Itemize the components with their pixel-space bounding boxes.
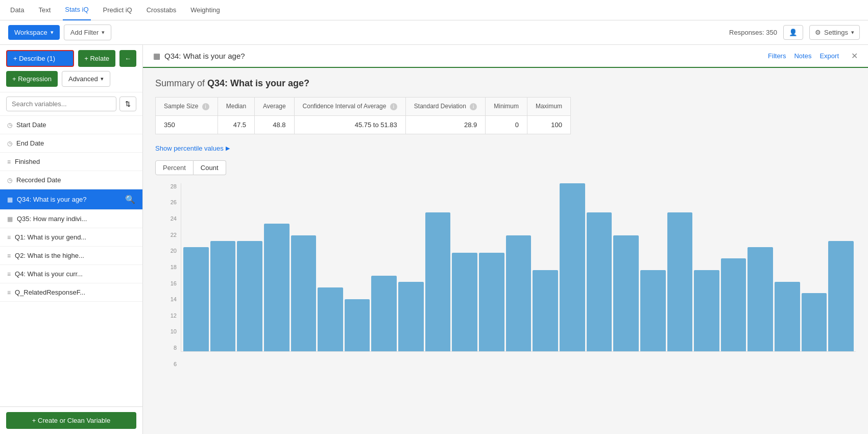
describe-label: + Describe (1) [13, 55, 55, 62]
back-button[interactable]: ← [119, 50, 136, 67]
variable-name: Q4: What is your curr... [15, 270, 135, 278]
workspace-chevron-icon: ▾ [51, 29, 54, 36]
bar-3[interactable] [264, 224, 290, 351]
variable-item-q34[interactable]: ▦ Q34: What is your age? 🔍 [0, 189, 142, 210]
gear-icon: ⚙ [815, 29, 821, 36]
variable-item-recorded-date[interactable]: ◷ Recorded Date [0, 171, 142, 189]
bar-16[interactable] [613, 235, 639, 351]
count-toggle[interactable]: Count [194, 160, 226, 175]
variable-item-q-related[interactable]: ≡ Q_RelatedResponseF... [0, 283, 142, 302]
search-input[interactable] [6, 97, 116, 111]
sd-info-icon[interactable]: i [470, 103, 477, 110]
bar-6[interactable] [345, 299, 370, 351]
y-label-10: 10 [171, 328, 177, 334]
nav-text[interactable]: Text [36, 0, 53, 20]
describe-button[interactable]: + Describe (1) [6, 50, 74, 67]
percent-label: Percent [163, 164, 186, 172]
bar-20[interactable] [721, 258, 746, 351]
regression-button[interactable]: + Regression [6, 71, 58, 87]
workspace-button[interactable]: Workspace ▾ [8, 25, 60, 40]
bar-9[interactable] [425, 212, 451, 351]
percent-toggle[interactable]: Percent [155, 160, 194, 175]
create-variable-button[interactable]: + Create or Clean Variable [6, 412, 136, 429]
y-label-14: 14 [171, 296, 177, 302]
bar-24[interactable] [828, 241, 854, 351]
y-label-26: 26 [171, 199, 177, 205]
bar-17[interactable] [640, 270, 666, 351]
sidebar-footer: + Create or Clean Variable [0, 406, 142, 434]
sample-size-info-icon[interactable]: i [202, 103, 209, 110]
y-label-16: 16 [171, 280, 177, 286]
variable-item-q4[interactable]: ≡ Q4: What is your curr... [0, 265, 142, 283]
nav-crosstabs[interactable]: Crosstabs [144, 0, 179, 20]
bars-wrapper [181, 183, 856, 352]
clock-icon: ◷ [7, 140, 12, 147]
advanced-chevron-icon: ▾ [101, 76, 104, 82]
regression-label: + Regression [12, 75, 52, 83]
user-icon-button[interactable]: 👤 [783, 25, 803, 40]
bar-14[interactable] [560, 183, 585, 351]
variable-name: End Date [16, 139, 135, 147]
variable-item-start-date[interactable]: ◷ Start Date [0, 116, 142, 134]
bar-12[interactable] [506, 235, 532, 351]
nav-data[interactable]: Data [8, 0, 26, 20]
add-filter-button[interactable]: Add Filter ▾ [64, 25, 112, 40]
clock-icon: ◷ [7, 177, 12, 184]
y-label-12: 12 [171, 312, 177, 319]
variable-name: Q35: How many indivi... [17, 215, 135, 223]
cell-ci: 45.75 to 51.83 [294, 115, 405, 134]
variable-name: Start Date [16, 121, 135, 129]
bar-5[interactable] [318, 287, 343, 351]
close-button[interactable]: ✕ [851, 51, 858, 61]
col-sd-label: Standard Deviation [414, 103, 466, 110]
bar-8[interactable] [398, 282, 424, 351]
y-axis: 28 26 24 22 20 18 16 14 12 10 8 6 [155, 183, 181, 367]
col-std-dev: Standard Deviation i [405, 98, 485, 116]
nav-statsiq[interactable]: Stats iQ [63, 0, 90, 20]
bar-18[interactable] [667, 212, 693, 351]
variable-item-end-date[interactable]: ◷ End Date [0, 134, 142, 153]
relate-button[interactable]: + Relate [78, 50, 115, 67]
bar-2[interactable] [237, 241, 262, 351]
bar-19[interactable] [694, 270, 719, 351]
nav-weighting[interactable]: Weighting [188, 0, 222, 20]
cell-average: 48.8 [255, 115, 294, 134]
main-content: ▦ Q34: What is your age? Filters Notes E… [143, 45, 868, 434]
bar-13[interactable] [533, 270, 558, 351]
variable-item-q35[interactable]: ▦ Q35: How many indivi... [0, 210, 142, 228]
nav-predictiq[interactable]: Predict iQ [101, 0, 134, 20]
bar-0[interactable] [183, 247, 209, 351]
show-percentile-toggle[interactable]: Show percentile values ▶ [155, 144, 856, 152]
col-sample-size-label: Sample Size [164, 103, 198, 110]
filters-link[interactable]: Filters [768, 52, 786, 60]
variable-item-q2[interactable]: ≡ Q2: What is the highe... [0, 247, 142, 265]
sort-button[interactable]: ⇅ [119, 97, 136, 111]
content-header: ▦ Q34: What is your age? Filters Notes E… [143, 45, 868, 68]
search-icon: 🔍 [125, 195, 135, 204]
settings-button[interactable]: ⚙ Settings ▾ [809, 25, 860, 40]
bar-7[interactable] [371, 276, 397, 351]
variable-item-q1[interactable]: ≡ Q1: What is your gend... [0, 228, 142, 247]
export-link[interactable]: Export [819, 52, 839, 60]
variable-item-finished[interactable]: ≡ Finished [0, 153, 142, 171]
bar-4[interactable] [291, 235, 317, 351]
bar-22[interactable] [775, 282, 800, 351]
bar-23[interactable] [802, 293, 827, 351]
col-maximum: Maximum [527, 98, 570, 116]
bar-11[interactable] [479, 253, 504, 351]
bar-1[interactable] [210, 241, 236, 351]
ci-info-icon[interactable]: i [390, 103, 397, 110]
action-row-2: + Regression Advanced ▾ [6, 71, 136, 87]
bar-chart-header-icon: ▦ [153, 52, 160, 61]
summary-label: Summary of [155, 78, 205, 88]
show-percentile-label: Show percentile values [155, 144, 224, 152]
bar-chart-container: 28 26 24 22 20 18 16 14 12 10 8 6 [155, 183, 856, 398]
notes-link[interactable]: Notes [794, 52, 811, 60]
bar-15[interactable] [587, 212, 612, 351]
add-filter-label: Add Filter [70, 29, 99, 36]
y-label-20: 20 [171, 248, 177, 254]
bar-10[interactable] [452, 253, 477, 351]
advanced-button[interactable]: Advanced ▾ [62, 71, 110, 87]
page-title: Q34: What is your age? [164, 52, 245, 60]
bar-21[interactable] [748, 247, 773, 351]
